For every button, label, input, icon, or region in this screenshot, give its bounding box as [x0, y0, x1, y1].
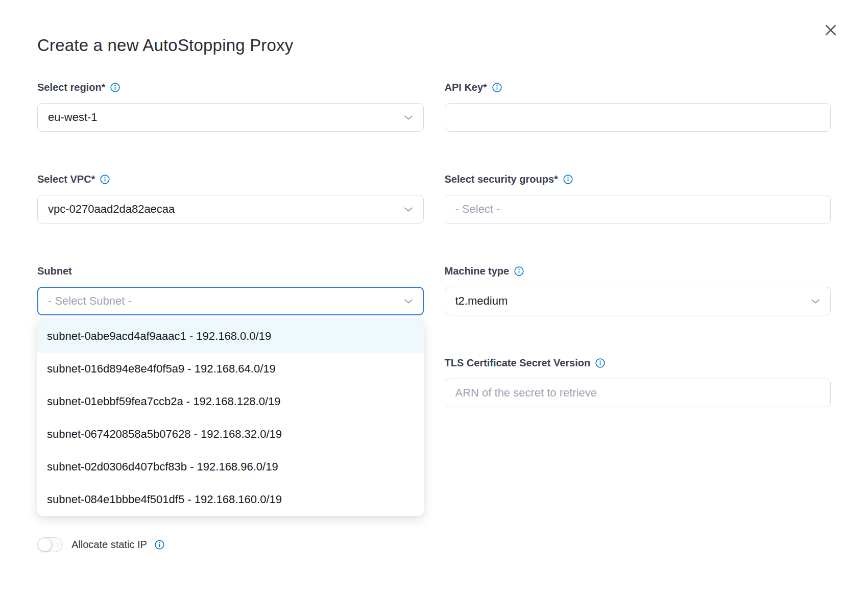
subnet-option[interactable]: subnet-067420858a5b07628 - 192.168.32.0/… — [37, 418, 424, 451]
machine-type-label: Machine type — [445, 265, 510, 277]
vpc-label: Select VPC* — [37, 173, 95, 185]
page-title: Create a new AutoStopping Proxy — [0, 0, 868, 55]
chevron-down-icon — [811, 299, 820, 304]
info-icon[interactable] — [563, 175, 573, 184]
field-subnet: Subnet - Select Subnet - subnet-0abe9acd… — [37, 264, 424, 315]
close-button[interactable] — [822, 21, 839, 39]
machine-type-select[interactable]: t2.medium — [445, 287, 831, 315]
field-tls-secret: TLS Certificate Secret Version — [445, 356, 831, 407]
subnet-label: Subnet — [37, 265, 72, 277]
allocate-static-ip-row: Allocate static IP — [37, 537, 868, 552]
info-icon[interactable] — [492, 83, 502, 92]
field-machine-type: Machine type t2.medium — [445, 264, 831, 315]
vpc-value: vpc-0270aad2da82aecaa — [48, 203, 175, 216]
field-api-key: API Key* — [445, 81, 831, 132]
security-groups-label: Select security groups* — [445, 173, 558, 185]
security-groups-select[interactable]: - Select - — [445, 195, 831, 224]
subnet-dropdown-menu: subnet-0abe9acd4af9aaac1 - 192.168.0.0/1… — [37, 320, 424, 516]
subnet-select[interactable]: - Select Subnet - — [37, 287, 424, 315]
subnet-option[interactable]: subnet-084e1bbbe4f501df5 - 192.168.160.0… — [37, 483, 424, 516]
toggle-knob — [38, 538, 52, 552]
subnet-option[interactable]: subnet-0abe9acd4af9aaac1 - 192.168.0.0/1… — [37, 320, 424, 353]
allocate-static-ip-label: Allocate static IP — [71, 539, 147, 551]
info-icon[interactable] — [110, 83, 120, 92]
field-region: Select region* eu-west-1 — [37, 81, 424, 132]
info-icon[interactable] — [595, 358, 605, 368]
region-select[interactable]: eu-west-1 — [37, 103, 424, 132]
tls-secret-input[interactable] — [445, 379, 831, 407]
field-security-groups: Select security groups* - Select - — [445, 172, 831, 224]
chevron-down-icon — [404, 115, 413, 120]
subnet-option[interactable]: subnet-01ebbf59fea7ccb2a - 192.168.128.0… — [37, 385, 424, 418]
chevron-down-icon — [404, 207, 413, 212]
allocate-static-ip-toggle[interactable] — [37, 537, 63, 552]
info-icon[interactable] — [514, 266, 524, 276]
api-key-label: API Key* — [445, 82, 487, 93]
info-icon[interactable] — [100, 175, 110, 184]
info-icon[interactable] — [155, 540, 164, 550]
proxy-form: Select region* eu-west-1 API Key* — [37, 81, 831, 407]
create-autostopping-proxy-modal: Create a new AutoStopping Proxy Select r… — [0, 0, 868, 596]
subnet-option[interactable]: subnet-016d894e8e4f0f5a9 - 192.168.64.0/… — [37, 353, 424, 385]
machine-type-value: t2.medium — [455, 294, 508, 308]
close-icon — [824, 23, 837, 37]
field-vpc: Select VPC* vpc-0270aad2da82aecaa — [37, 172, 424, 224]
subnet-placeholder: - Select Subnet - — [48, 294, 132, 308]
chevron-down-icon — [404, 299, 413, 304]
api-key-input[interactable] — [445, 103, 831, 132]
subnet-option[interactable]: subnet-02d0306d407bcf83b - 192.168.96.0/… — [37, 451, 424, 483]
tls-secret-label: TLS Certificate Secret Version — [445, 357, 591, 369]
security-groups-placeholder: - Select - — [455, 203, 500, 216]
region-value: eu-west-1 — [48, 111, 98, 124]
region-label: Select region* — [37, 82, 105, 93]
vpc-select[interactable]: vpc-0270aad2da82aecaa — [37, 195, 424, 224]
